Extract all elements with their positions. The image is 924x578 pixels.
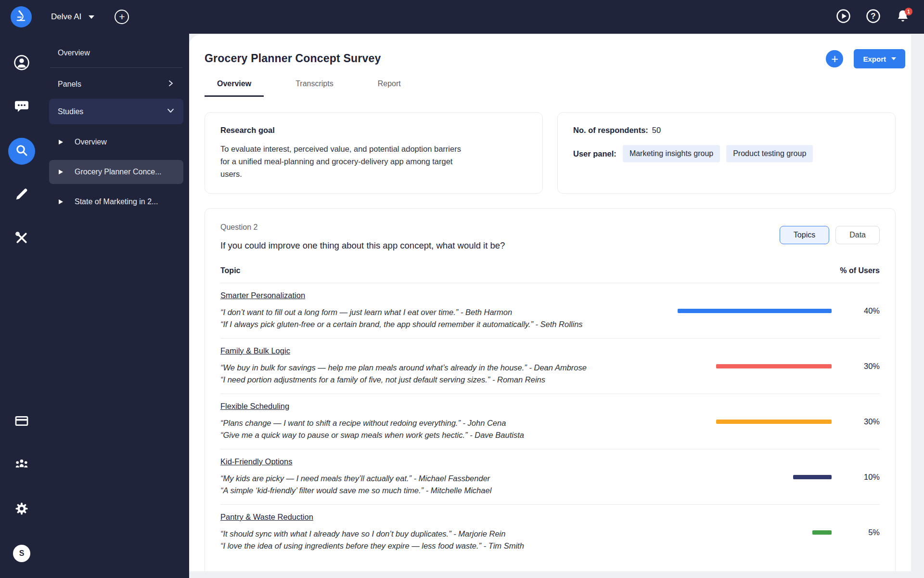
- add-question-button[interactable]: +: [826, 50, 843, 67]
- topic-link[interactable]: Family & Bulk Logic: [220, 346, 290, 355]
- rail-item-settings[interactable]: [0, 487, 43, 531]
- people-group-icon: [14, 457, 29, 474]
- rail-item-team[interactable]: [0, 444, 43, 487]
- app-logo[interactable]: [11, 6, 32, 27]
- top-bar: Delve AI + ?: [0, 0, 924, 34]
- pen-icon: [14, 187, 29, 203]
- chevron-down-icon: [167, 106, 175, 117]
- topics-toggle-button[interactable]: Topics: [780, 226, 829, 244]
- sidebar-study-item[interactable]: State of Marketing in 2...: [49, 190, 183, 214]
- topic-row: Smarter Personalization “I don’t want to…: [220, 283, 880, 339]
- tutorial-play-button[interactable]: [834, 8, 852, 26]
- rail-item-notes[interactable]: [0, 173, 43, 217]
- tab-overview[interactable]: Overview: [205, 79, 264, 97]
- rail-item-billing[interactable]: [0, 400, 43, 444]
- sidebar-overview-label: Overview: [58, 49, 90, 57]
- user-panel-chip[interactable]: Marketing insights group: [623, 145, 720, 162]
- workspace-switcher[interactable]: Delve AI: [51, 12, 94, 22]
- topic-row: Flexible Scheduling “Plans change — I wa…: [220, 394, 880, 449]
- topic-bar: [716, 364, 832, 368]
- create-new-button[interactable]: +: [115, 10, 129, 24]
- quote-line: “We buy in bulk for savings — help me pl…: [220, 362, 587, 374]
- quote-line: “I love the idea of using ingredients be…: [220, 540, 524, 552]
- help-circle-icon: ?: [866, 9, 881, 26]
- rail-item-account[interactable]: S: [0, 531, 43, 575]
- bar-track: [673, 475, 832, 479]
- expand-triangle-icon[interactable]: [59, 170, 63, 174]
- user-panel-chip[interactable]: Product testing group: [726, 145, 813, 162]
- quote-line: “If I always pick gluten-free or a certa…: [220, 318, 583, 330]
- topics-table-body: Smarter Personalization “I don’t want to…: [220, 283, 880, 560]
- sidebar-item-panels[interactable]: Panels: [49, 73, 183, 96]
- topic-quotes: “My kids are picky — I need meals they’l…: [220, 473, 491, 497]
- quote-line: “My kids are picky — I need meals they’l…: [220, 473, 491, 485]
- question-number: Question 2: [220, 223, 505, 232]
- sidebar-study-item[interactable]: Overview: [49, 130, 183, 154]
- main-area: Grocery Planner Concept Survey OverviewT…: [189, 34, 924, 578]
- topic-link[interactable]: Smarter Personalization: [220, 291, 305, 300]
- respondents-value: 50: [652, 126, 661, 135]
- icon-rail: S: [0, 34, 43, 578]
- sidebar-study-label: Overview: [75, 138, 107, 146]
- topic-percent: 40%: [832, 306, 880, 315]
- export-label: Export: [863, 55, 886, 63]
- sidebar-study-item[interactable]: Grocery Planner Conce...: [49, 160, 183, 184]
- research-goal-title: Research goal: [220, 126, 527, 135]
- topic-percent: 30%: [832, 362, 880, 371]
- respondents-card: No. of respondents: 50 User panel: Marke…: [557, 112, 896, 194]
- respondents-label: No. of respondents:: [573, 126, 648, 135]
- quote-line: “I need portion adjustments for a family…: [220, 374, 587, 386]
- sidebar-study-label: Grocery Planner Conce...: [75, 168, 162, 176]
- help-button[interactable]: ?: [864, 8, 882, 26]
- quote-line: “A simple ‘kid-friendly’ filter would sa…: [220, 485, 491, 497]
- notifications-button[interactable]: 1: [894, 8, 911, 26]
- tab-transcripts[interactable]: Transcripts: [283, 79, 346, 97]
- view-toggle: TopicsData: [780, 226, 880, 244]
- topic-link[interactable]: Kid-Friendly Options: [220, 457, 292, 466]
- sidebar-item-studies[interactable]: Studies: [49, 99, 183, 124]
- user-icon: [13, 54, 30, 73]
- topic-row: Kid-Friendly Options “My kids are picky …: [220, 449, 880, 505]
- topic-percent: 30%: [832, 417, 880, 426]
- page-title: Grocery Planner Concept Survey: [205, 52, 896, 65]
- topic-quotes: “Plans change — I want to shift a recipe…: [220, 417, 524, 441]
- tab-report[interactable]: Report: [365, 79, 413, 97]
- topic-bar: [678, 309, 832, 313]
- topic-quotes: “It should sync with what I already have…: [220, 528, 524, 552]
- credit-card-icon: [14, 413, 29, 431]
- header-actions: + Export: [826, 49, 905, 68]
- topic-quotes: “I don’t want to fill out a long form — …: [220, 306, 583, 330]
- export-button[interactable]: Export: [854, 49, 905, 68]
- column-topic: Topic: [220, 266, 240, 275]
- rail-item-chat[interactable]: [0, 85, 43, 129]
- topic-bar: [793, 475, 832, 479]
- bar-track: [673, 420, 832, 424]
- chevron-right-icon: [167, 79, 175, 89]
- sidebar-divider: [50, 67, 182, 68]
- research-goal-card: Research goal To evaluate interest, perc…: [205, 112, 543, 194]
- rail-item-research[interactable]: [0, 129, 43, 173]
- chat-bubble-icon: [14, 99, 29, 116]
- chevron-down-icon: [89, 15, 94, 19]
- column-percent-users: % of Users: [840, 266, 880, 275]
- notification-badge: 1: [905, 8, 912, 15]
- quote-line: “It should sync with what I already have…: [220, 528, 524, 540]
- expand-triangle-icon[interactable]: [59, 199, 63, 204]
- topic-link[interactable]: Flexible Scheduling: [220, 402, 289, 410]
- expand-triangle-icon[interactable]: [59, 140, 63, 144]
- bar-track: [673, 309, 832, 313]
- topic-quotes: “We buy in bulk for savings — help me pl…: [220, 362, 587, 386]
- topic-link[interactable]: Pantry & Waste Reduction: [220, 512, 313, 521]
- data-toggle-button[interactable]: Data: [835, 226, 880, 244]
- sidebar-item-overview[interactable]: Overview: [49, 41, 183, 65]
- quote-line: “Give me a quick way to pause or swap me…: [220, 429, 524, 441]
- user-panel-chip-list: Marketing insights groupProduct testing …: [623, 145, 813, 162]
- rail-item-tools[interactable]: [0, 217, 43, 261]
- topic-row: Family & Bulk Logic “We buy in bulk for …: [220, 339, 880, 394]
- gear-icon: [14, 501, 29, 518]
- topic-row: Pantry & Waste Reduction “It should sync…: [220, 505, 880, 560]
- sidebar-panels-label: Panels: [58, 80, 81, 89]
- topic-percent: 10%: [832, 473, 880, 482]
- quote-line: “Plans change — I want to shift a recipe…: [220, 417, 524, 429]
- rail-item-personas[interactable]: [0, 41, 43, 85]
